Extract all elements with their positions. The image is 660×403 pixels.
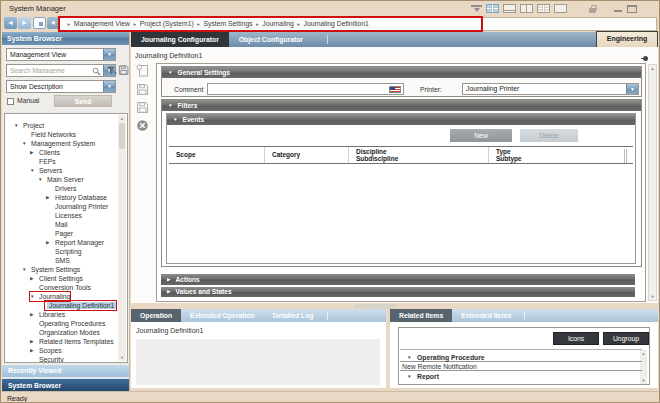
tree-item[interactable]: Licenses <box>5 211 118 220</box>
delete-button[interactable]: Delete <box>520 129 578 142</box>
tree-item[interactable]: Operating Procedures <box>5 319 118 328</box>
tree-item[interactable]: ▼Servers <box>5 166 118 175</box>
content-scrollbar[interactable]: ▲ ▼ <box>648 64 657 301</box>
printer-dropdown[interactable]: Journaling Printer ▼ <box>462 83 639 95</box>
expanded-arrow-icon[interactable]: ▼ <box>30 292 39 301</box>
events-header[interactable]: ▼ Events <box>167 114 635 125</box>
expanded-arrow-icon[interactable]: ▼ <box>407 353 417 362</box>
tab-extended-items[interactable]: Extended Items <box>452 309 520 322</box>
scroll-down-icon[interactable]: ▼ <box>649 294 656 299</box>
column-header-type[interactable]: TypeSubtype <box>489 147 627 163</box>
column-header-discipline[interactable]: DisciplineSubdiscipline <box>349 147 489 163</box>
maximize-button[interactable] <box>627 5 637 13</box>
tree-item[interactable]: ▼Journaling <box>5 292 118 301</box>
breadcrumb-item[interactable]: Project (System1) <box>140 20 194 27</box>
recently-viewed-bar[interactable]: Recently Viewed <box>2 365 129 377</box>
tab-operation[interactable]: Operation <box>131 309 181 322</box>
tree-item[interactable]: Drivers <box>5 184 118 193</box>
tree-item[interactable]: ▶Related Items Templates <box>5 337 118 346</box>
tree-item[interactable]: FEPs <box>5 157 118 166</box>
breadcrumb-item[interactable]: System Settings <box>203 20 252 27</box>
tree-item[interactable]: ▼Management System <box>5 139 118 148</box>
collapsed-arrow-icon[interactable]: ▶ <box>30 148 39 157</box>
tree-item[interactable]: ▶Libraries <box>5 310 118 319</box>
collapsed-arrow-icon[interactable]: ▶ <box>30 346 39 355</box>
tab-extended-operation[interactable]: Extended Operation <box>181 309 264 322</box>
tree-item[interactable]: SMS <box>5 256 118 265</box>
tree-item[interactable]: ▼System Settings <box>5 265 118 274</box>
filters-header[interactable]: ▼ Filters <box>162 100 641 111</box>
general-settings-header[interactable]: ▼ General Settings <box>162 67 641 78</box>
tree-item[interactable]: Scripting <box>5 247 118 256</box>
collapsed-arrow-icon[interactable]: ▶ <box>30 337 39 346</box>
tab-journaling-configurator[interactable]: Journaling Configurator <box>131 32 229 47</box>
minimize-button[interactable] <box>614 5 623 13</box>
filter-funnel-icon[interactable] <box>106 65 117 76</box>
tree-item[interactable]: Mail <box>5 220 118 229</box>
expanded-arrow-icon[interactable]: ▼ <box>14 121 23 130</box>
tree-item[interactable]: ▶Scopes <box>5 346 118 355</box>
values-states-section-header[interactable]: ▶ Values and States <box>161 287 635 298</box>
chevron-down-icon[interactable]: ▼ <box>626 84 638 94</box>
collapsed-arrow-icon[interactable]: ▶ <box>46 238 55 247</box>
column-header-scope[interactable]: Scope <box>169 147 265 163</box>
related-item[interactable]: New Remote Notification <box>400 362 642 371</box>
collapsed-arrow-icon[interactable]: ▶ <box>30 310 39 319</box>
dock-layout-icon[interactable] <box>471 5 482 13</box>
layout-vsplit-icon[interactable] <box>520 4 533 13</box>
tree-item[interactable]: Organization Modes <box>5 328 118 337</box>
tree-item[interactable]: ▼Main Server <box>5 175 118 184</box>
expanded-arrow-icon[interactable]: ▼ <box>407 372 417 380</box>
tree-item[interactable]: Pager <box>5 229 118 238</box>
breadcrumb-item[interactable]: Journaling Definition1 <box>304 20 369 27</box>
send-button[interactable]: Send <box>54 95 112 107</box>
scroll-up-icon[interactable]: ▲ <box>118 115 126 122</box>
tab-related-items[interactable]: Related Items <box>390 309 452 322</box>
tree-item[interactable]: ▶Client Settings <box>5 274 118 283</box>
back-button[interactable]: ◄ <box>4 17 17 29</box>
expanded-arrow-icon[interactable]: ▼ <box>22 265 31 274</box>
tree-item[interactable]: ▶Clients <box>5 148 118 157</box>
tree-item[interactable]: ▶History Database <box>5 193 118 202</box>
save-all-icon[interactable] <box>136 101 150 115</box>
expanded-arrow-icon[interactable]: ▼ <box>22 139 31 148</box>
tree-item[interactable]: Conversion Tools <box>5 283 118 292</box>
engineering-mode-tab[interactable]: Engineering <box>596 31 658 47</box>
actions-section-header[interactable]: ▶ Actions <box>161 274 635 285</box>
system-browser-bar[interactable]: System Browser <box>2 378 129 391</box>
chevron-down-icon[interactable]: ▼ <box>103 81 115 92</box>
cancel-circle-icon[interactable] <box>136 119 150 133</box>
view-selector[interactable]: Management View ▼ <box>6 48 116 61</box>
tree-item[interactable]: Journaling Printer <box>5 202 118 211</box>
scroll-up-icon[interactable]: ▲ <box>649 66 656 71</box>
column-resize-lines[interactable] <box>624 149 627 163</box>
scroll-down-icon[interactable]: ▼ <box>118 354 126 361</box>
tab-detailed-log[interactable]: Detailed Log <box>264 309 323 322</box>
check-in-icon[interactable] <box>136 64 150 78</box>
pin-icon[interactable] <box>641 56 648 61</box>
tree-item[interactable]: ▶Report Manager <box>5 238 118 247</box>
history-icon[interactable] <box>33 17 46 29</box>
description-selector[interactable]: Show Description ▼ <box>6 80 116 93</box>
column-header-category[interactable]: Category <box>265 147 349 163</box>
expanded-arrow-icon[interactable]: ▼ <box>38 175 47 184</box>
search-input[interactable] <box>7 65 91 76</box>
collapsed-arrow-icon[interactable]: ▶ <box>46 193 55 202</box>
related-group-header[interactable]: ▼Report <box>400 371 642 380</box>
expanded-arrow-icon[interactable]: ▼ <box>30 166 39 175</box>
related-group-header[interactable]: ▼Operating Procedure <box>400 352 642 362</box>
tree-item[interactable]: Field Networks <box>5 130 118 139</box>
layout-grid-icon[interactable] <box>537 4 550 13</box>
comment-input[interactable] <box>208 84 388 94</box>
breadcrumb-item[interactable]: Journaling <box>262 20 293 27</box>
collapsed-arrow-icon[interactable]: ▶ <box>30 274 39 283</box>
ungroup-button[interactable]: Ungroup <box>603 332 649 345</box>
manual-checkbox[interactable] <box>7 98 14 105</box>
new-button[interactable]: New <box>450 129 512 142</box>
chevron-down-icon[interactable]: ▼ <box>103 49 115 60</box>
layout-grid-active-icon[interactable] <box>486 4 499 13</box>
tab-object-configurator[interactable]: Object Configurator <box>229 32 313 47</box>
tree-item[interactable]: Security <box>5 355 118 363</box>
layout-single-icon[interactable] <box>554 4 567 13</box>
tree-scrollbar[interactable]: ▲ ▼ <box>118 115 126 361</box>
